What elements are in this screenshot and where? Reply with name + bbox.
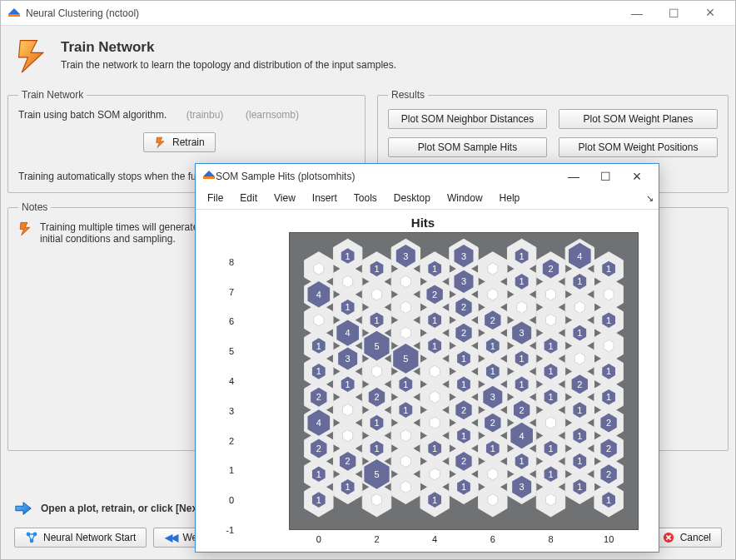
plot-title: Hits	[196, 216, 650, 230]
svg-text:1: 1	[432, 444, 437, 453]
svg-text:1: 1	[374, 444, 379, 453]
svg-marker-131	[545, 494, 555, 506]
svg-text:1: 1	[577, 431, 582, 441]
svg-text:2: 2	[432, 290, 437, 300]
menu-window[interactable]: Window	[440, 191, 490, 206]
svg-text:1: 1	[606, 264, 611, 274]
svg-text:1: 1	[316, 495, 321, 505]
svg-marker-189	[545, 417, 555, 429]
svg-text:1: 1	[548, 366, 553, 376]
menu-tools[interactable]: Tools	[347, 191, 384, 206]
svg-text:1: 1	[606, 366, 611, 376]
close-button[interactable]: ×	[622, 166, 652, 187]
svg-text:1: 1	[577, 456, 582, 466]
menu-desktop[interactable]: Desktop	[387, 191, 437, 206]
ytick-n1: -1	[217, 525, 234, 535]
svg-text:2: 2	[577, 379, 582, 389]
menu-insert[interactable]: Insert	[306, 191, 344, 206]
svg-text:2: 2	[461, 456, 466, 466]
svg-text:2: 2	[346, 456, 351, 466]
svg-text:1: 1	[374, 418, 379, 428]
svg-text:3: 3	[403, 251, 408, 261]
figure-window[interactable]: SOM Sample Hits (plotsomhits) — ☐ × File…	[195, 163, 659, 553]
svg-marker-266	[517, 301, 527, 313]
cancel-button[interactable]: Cancel	[651, 528, 722, 548]
svg-marker-273	[343, 275, 353, 287]
svg-rect-6	[203, 176, 215, 179]
maximize-button[interactable]: ☐	[590, 166, 620, 187]
svg-marker-298	[488, 263, 498, 275]
svg-text:1: 1	[548, 469, 553, 479]
menu-edit[interactable]: Edit	[233, 191, 264, 206]
plot-box[interactable]: 1111311125211122111141124112221221211311…	[289, 232, 639, 530]
lightning-arrow-icon	[154, 136, 167, 149]
svg-marker-122	[371, 494, 381, 506]
xtick-0: 0	[316, 534, 321, 544]
svg-text:1: 1	[577, 328, 582, 338]
svg-marker-231	[574, 353, 584, 364]
retrain-button[interactable]: Retrain	[143, 132, 216, 152]
xtick-6: 6	[490, 534, 495, 544]
svg-text:5: 5	[374, 469, 379, 479]
main-title: Neural Clustering (nctool)	[26, 7, 619, 19]
ytick-4: 4	[217, 376, 234, 386]
svg-marker-287	[314, 263, 324, 275]
svg-marker-123	[400, 481, 410, 493]
svg-text:1: 1	[346, 379, 351, 389]
close-button[interactable]: ×	[692, 2, 729, 25]
svg-text:2: 2	[461, 328, 466, 338]
svg-marker-182	[430, 417, 440, 429]
plot-weight-positions-button[interactable]: Plot SOM Weight Positions	[559, 137, 718, 157]
undock-icon[interactable]: ↘	[646, 193, 654, 204]
svg-text:5: 5	[374, 341, 379, 351]
page-title: Train Network	[61, 39, 396, 56]
svg-text:4: 4	[346, 328, 351, 338]
svg-text:3: 3	[520, 482, 525, 492]
svg-text:1: 1	[432, 315, 437, 325]
svg-text:1: 1	[461, 354, 466, 364]
svg-text:2: 2	[461, 405, 466, 415]
svg-marker-274	[371, 289, 381, 300]
svg-marker-143	[430, 468, 440, 480]
svg-text:4: 4	[316, 418, 321, 428]
svg-text:2: 2	[316, 444, 321, 453]
svg-text:1: 1	[432, 495, 437, 505]
rewind-icon: ◀◀	[164, 531, 177, 544]
svg-text:3: 3	[346, 354, 351, 364]
svg-text:1: 1	[577, 482, 582, 492]
ytick-3: 3	[217, 406, 234, 416]
svg-marker-146	[488, 468, 498, 480]
svg-marker-202	[430, 391, 440, 403]
svg-text:4: 4	[577, 251, 582, 261]
minimize-button[interactable]: —	[619, 2, 655, 25]
svg-marker-254	[314, 315, 324, 326]
svg-marker-177	[343, 404, 353, 416]
xtick-8: 8	[548, 534, 553, 544]
svg-text:1: 1	[548, 392, 553, 402]
plot-sample-hits-button[interactable]: Plot SOM Sample Hits	[388, 137, 547, 157]
svg-text:1: 1	[346, 302, 351, 312]
xtick-2: 2	[374, 534, 379, 544]
svg-marker-142	[400, 455, 410, 467]
neural-network-start-button[interactable]: Neural Network Start	[14, 528, 147, 548]
plot-neighbor-distances-button[interactable]: Plot SOM Neighbor Distances	[388, 109, 547, 129]
svg-text:1: 1	[461, 431, 466, 441]
cancel-icon	[662, 531, 675, 544]
svg-text:1: 1	[548, 341, 553, 351]
svg-text:1: 1	[520, 251, 525, 261]
menu-view[interactable]: View	[267, 191, 302, 206]
retrain-label: Retrain	[172, 136, 205, 148]
svg-text:1: 1	[403, 405, 408, 415]
minimize-button[interactable]: —	[559, 166, 589, 187]
menu-file[interactable]: File	[201, 191, 230, 206]
menu-help[interactable]: Help	[493, 191, 527, 206]
notes-legend: Notes	[18, 201, 51, 213]
svg-text:5: 5	[403, 354, 408, 364]
maximize-button[interactable]: ☐	[655, 2, 692, 25]
svg-rect-0	[8, 14, 20, 17]
plot-weight-planes-button[interactable]: Plot SOM Weight Planes	[559, 109, 718, 129]
lightning-arrow-icon	[18, 221, 27, 230]
app-icon	[7, 7, 21, 20]
xtick-4: 4	[432, 534, 437, 544]
svg-text:1: 1	[606, 392, 611, 402]
